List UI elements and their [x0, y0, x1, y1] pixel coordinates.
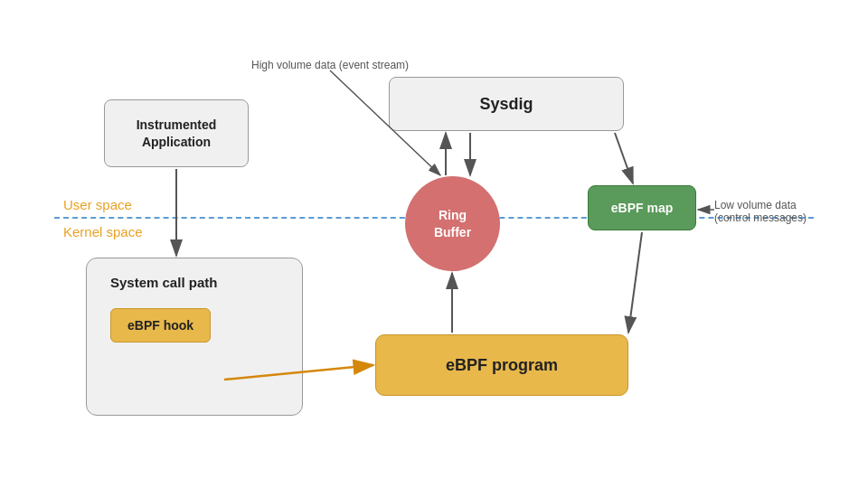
ebpf-hook-box: eBPF hook	[110, 308, 211, 343]
kernel-space-label: Kernel space	[63, 224, 143, 239]
user-space-label: User space	[63, 197, 132, 212]
ring-buffer-box: RingBuffer	[405, 176, 500, 271]
instrumented-app-label: InstrumentedApplication	[137, 117, 217, 149]
arrow-ebpfmap-to-program	[628, 232, 642, 333]
ebpf-program-label: eBPF program	[446, 356, 558, 375]
low-volume-label: Low volume data(control messages)	[714, 199, 807, 224]
diagram-container: User space Kernel space High volume data…	[0, 0, 868, 488]
syscall-path-box: System call path eBPF hook	[86, 258, 303, 416]
arrow-sysdig-to-ebpfmap	[615, 133, 633, 183]
ebpf-program-box: eBPF program	[375, 334, 628, 396]
sysdig-label: Sysdig	[479, 95, 533, 114]
ring-buffer-label: RingBuffer	[434, 207, 471, 239]
ebpf-map-label: eBPF map	[611, 201, 673, 215]
instrumented-app-box: InstrumentedApplication	[104, 99, 249, 167]
high-volume-label: High volume data (event stream)	[251, 59, 409, 71]
syscall-path-title: System call path	[110, 275, 217, 290]
ebpf-map-box: eBPF map	[588, 185, 696, 230]
sysdig-box: Sysdig	[389, 77, 624, 131]
